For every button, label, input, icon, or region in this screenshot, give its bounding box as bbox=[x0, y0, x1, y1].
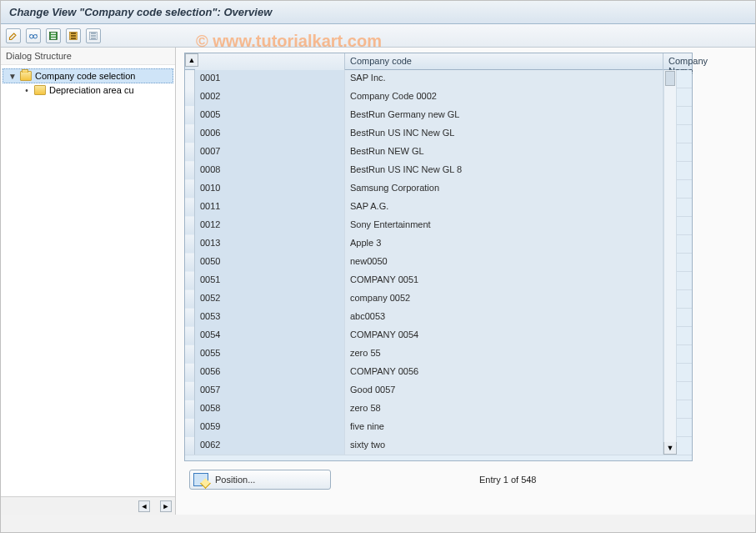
cell-company-code[interactable]: 0007 bbox=[195, 143, 345, 161]
row-selector[interactable] bbox=[185, 254, 195, 271]
row-selector[interactable] bbox=[185, 88, 195, 106]
position-button-label: Position... bbox=[215, 475, 255, 485]
toggle-display-change-icon[interactable] bbox=[6, 28, 21, 43]
table-row[interactable]: 0007BestRun NEW GL bbox=[185, 143, 692, 162]
row-selector[interactable] bbox=[185, 290, 195, 308]
tree-item[interactable]: •Depreciation area cu bbox=[3, 83, 173, 97]
glasses-icon[interactable] bbox=[26, 28, 41, 43]
scroll-up-icon[interactable]: ▲ bbox=[185, 53, 198, 67]
row-selector[interactable] bbox=[185, 180, 195, 198]
table-row[interactable]: 0055zero 55 bbox=[185, 345, 692, 364]
scroll-left-icon[interactable]: ◄ bbox=[138, 500, 150, 512]
cell-company-code[interactable]: 0062 bbox=[195, 437, 345, 455]
cell-company-code[interactable]: 0052 bbox=[195, 290, 345, 308]
row-selector[interactable] bbox=[185, 143, 195, 161]
svg-rect-3 bbox=[51, 33, 56, 34]
scroll-right-icon[interactable]: ► bbox=[160, 500, 172, 512]
table-row[interactable]: 0053abc0053 bbox=[185, 309, 692, 327]
deselect-all-icon[interactable] bbox=[86, 28, 101, 43]
row-selector[interactable] bbox=[185, 400, 195, 418]
select-block-icon[interactable] bbox=[66, 28, 81, 43]
row-selector[interactable] bbox=[185, 364, 195, 381]
vertical-scrollbar[interactable] bbox=[663, 70, 677, 442]
position-button[interactable]: Position... bbox=[189, 470, 331, 490]
grid-header-row: Company code Company Name ▲ bbox=[185, 53, 692, 70]
table-row[interactable]: 0011SAP A.G. bbox=[185, 199, 692, 217]
tree-item[interactable]: ▼Company code selection bbox=[3, 68, 173, 83]
dialog-structure-tree: ▼Company code selection•Depreciation are… bbox=[1, 65, 175, 496]
table-row[interactable]: 0058zero 58 bbox=[185, 400, 692, 419]
row-selector[interactable] bbox=[185, 125, 195, 143]
cell-company-code[interactable]: 0051 bbox=[195, 272, 345, 289]
cell-company-name: COMPANY 0051 bbox=[345, 272, 663, 289]
cell-company-code[interactable]: 0057 bbox=[195, 382, 345, 400]
cell-company-code[interactable]: 0010 bbox=[195, 180, 345, 198]
table-row[interactable]: 0052company 0052 bbox=[185, 290, 692, 309]
select-all-icon[interactable] bbox=[46, 28, 61, 43]
cell-company-name: company 0052 bbox=[345, 290, 663, 308]
row-selector[interactable] bbox=[185, 382, 195, 400]
svg-rect-5 bbox=[51, 38, 56, 39]
cell-company-name: Samsung Corporation bbox=[345, 180, 663, 198]
cell-company-code[interactable]: 0012 bbox=[195, 217, 345, 234]
table-row[interactable]: 0008BestRun US INC New GL 8 bbox=[185, 162, 692, 180]
position-icon bbox=[193, 473, 208, 486]
row-selector[interactable] bbox=[185, 107, 195, 124]
entry-counter: Entry 1 of 548 bbox=[479, 475, 537, 485]
scrollbar-thumb[interactable] bbox=[665, 71, 675, 86]
cell-company-code[interactable]: 0053 bbox=[195, 309, 345, 326]
table-row[interactable]: 0051COMPANY 0051 bbox=[185, 272, 692, 290]
cell-company-name: Apple 3 bbox=[345, 235, 663, 253]
svg-rect-7 bbox=[71, 33, 76, 34]
cell-company-code[interactable]: 0056 bbox=[195, 364, 345, 381]
table-row[interactable]: 0006BestRun US INC New GL bbox=[185, 125, 692, 143]
cell-company-code[interactable]: 0054 bbox=[195, 327, 345, 344]
scroll-down-icon[interactable]: ▼ bbox=[663, 441, 677, 455]
row-selector[interactable] bbox=[185, 309, 195, 326]
row-selector[interactable] bbox=[185, 345, 195, 363]
row-selector[interactable] bbox=[185, 437, 195, 455]
row-selector[interactable] bbox=[185, 217, 195, 234]
cell-company-code[interactable]: 0011 bbox=[195, 199, 345, 216]
table-row[interactable]: 0062sixty two▼ bbox=[185, 437, 692, 455]
table-row[interactable]: 0010Samsung Corporation bbox=[185, 180, 692, 199]
cell-company-name: COMPANY 0056 bbox=[345, 364, 663, 381]
row-selector[interactable] bbox=[185, 162, 195, 179]
row-selector[interactable] bbox=[185, 235, 195, 253]
cell-company-name: zero 55 bbox=[345, 345, 663, 363]
cell-company-code[interactable]: 0050 bbox=[195, 254, 345, 271]
row-selector[interactable] bbox=[185, 199, 195, 216]
table-row[interactable]: 0054COMPANY 0054 bbox=[185, 327, 692, 345]
cell-company-code[interactable]: 0013 bbox=[195, 235, 345, 253]
table-row[interactable]: 0002Company Code 0002 bbox=[185, 88, 692, 107]
table-row[interactable]: 0005BestRun Germany new GL bbox=[185, 107, 692, 125]
leaf-icon[interactable]: • bbox=[23, 86, 31, 95]
cell-company-code[interactable]: 0008 bbox=[195, 162, 345, 179]
cell-company-code[interactable]: 0055 bbox=[195, 345, 345, 363]
cell-company-name: sixty two bbox=[345, 437, 663, 455]
table-row[interactable]: 0013Apple 3 bbox=[185, 235, 692, 254]
table-row[interactable]: 0057Good 0057 bbox=[185, 382, 692, 400]
row-selector[interactable] bbox=[185, 327, 195, 344]
cell-company-name: BestRun US INC New GL 8 bbox=[345, 162, 663, 179]
cell-company-code[interactable]: 0002 bbox=[195, 88, 345, 106]
cell-company-code[interactable]: 0006 bbox=[195, 125, 345, 143]
cell-company-name: Sony Entertainment bbox=[345, 217, 663, 234]
table-row[interactable]: 0050new0050 bbox=[185, 254, 692, 272]
cell-company-code[interactable]: 0058 bbox=[195, 400, 345, 418]
cell-company-name: Company Code 0002 bbox=[345, 88, 663, 106]
cell-company-name: BestRun US INC New GL bbox=[345, 125, 663, 143]
table-row[interactable]: 0056COMPANY 0056 bbox=[185, 364, 692, 382]
cell-company-name: SAP A.G. bbox=[345, 199, 663, 216]
table-row[interactable]: 0012Sony Entertainment bbox=[185, 217, 692, 235]
row-selector[interactable] bbox=[185, 419, 195, 436]
table-row[interactable]: 0059five nine bbox=[185, 419, 692, 437]
cell-company-name: BestRun Germany new GL bbox=[345, 107, 663, 124]
cell-company-code[interactable]: 0005 bbox=[195, 107, 345, 124]
cell-company-name: COMPANY 0054 bbox=[345, 327, 663, 344]
application-toolbar bbox=[1, 24, 755, 48]
row-selector[interactable] bbox=[185, 272, 195, 289]
table-row[interactable]: 0001SAP Inc. bbox=[185, 70, 692, 88]
cell-company-code[interactable]: 0059 bbox=[195, 419, 345, 436]
collapse-icon[interactable]: ▼ bbox=[8, 72, 17, 81]
